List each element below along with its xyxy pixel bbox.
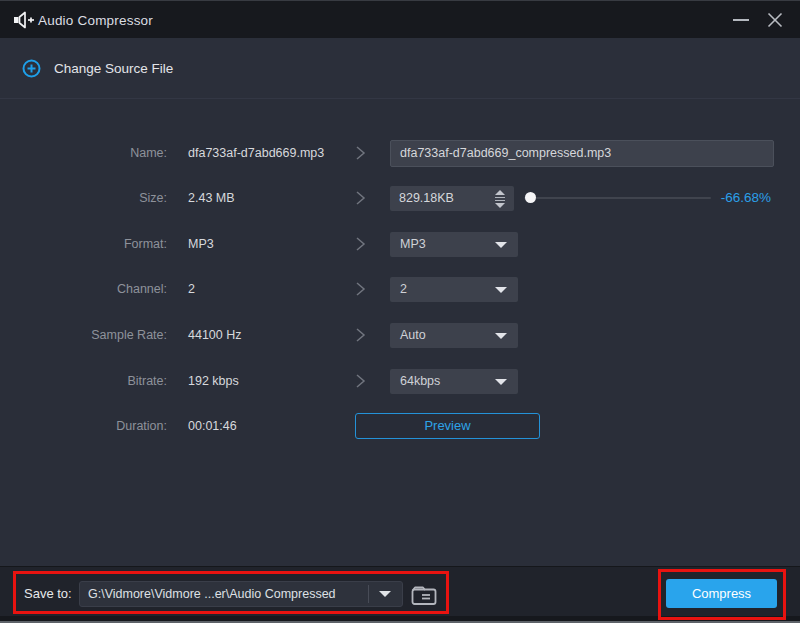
spinner-arrows[interactable] xyxy=(493,189,507,208)
size-reduction-percent: -66.68% xyxy=(671,184,771,212)
caret-down-icon xyxy=(495,242,507,248)
chevron-right-icon xyxy=(352,145,368,161)
output-name-input[interactable]: dfa733af-d7abd669_compressed.mp3 xyxy=(390,140,774,167)
bitrate-select[interactable]: 64kbps xyxy=(390,369,518,394)
output-size-spinner[interactable]: 829.18KB xyxy=(390,186,514,211)
add-icon xyxy=(22,59,41,78)
annotation-rect-compress xyxy=(658,569,786,620)
format-selected-value: MP3 xyxy=(400,237,426,251)
annotation-rect-save-to xyxy=(13,571,449,614)
row-bitrate: Bitrate: 192 kbps 64kbps xyxy=(0,367,800,395)
main-panel: Name: dfa733af-d7abd669.mp3 dfa733af-d7a… xyxy=(0,99,800,566)
bitrate-selected-value: 64kbps xyxy=(400,374,440,388)
close-button[interactable] xyxy=(765,9,785,31)
caret-down-icon xyxy=(495,287,507,293)
header: Change Source File xyxy=(0,38,800,99)
format-select[interactable]: MP3 xyxy=(390,232,518,257)
bitrate-value: 192 kbps xyxy=(188,367,239,395)
change-source-file-button[interactable]: Change Source File xyxy=(22,54,173,82)
size-value: 2.43 MB xyxy=(188,184,235,212)
channel-select[interactable]: 2 xyxy=(390,277,518,302)
name-label: Name: xyxy=(0,139,167,167)
chevron-right-icon xyxy=(352,236,368,252)
sample-rate-value: 44100 Hz xyxy=(188,321,242,349)
chevron-right-icon xyxy=(352,373,368,389)
title-bar: Audio Compressor xyxy=(0,0,800,38)
channel-selected-value: 2 xyxy=(400,282,407,296)
speaker-icon xyxy=(13,11,39,29)
caret-down-icon xyxy=(495,379,507,385)
row-duration: Duration: 00:01:46 Preview xyxy=(0,412,800,440)
bitrate-label: Bitrate: xyxy=(0,367,167,395)
minimize-button[interactable] xyxy=(731,9,751,31)
row-sample-rate: Sample Rate: 44100 Hz Auto xyxy=(0,321,800,349)
sample-rate-label: Sample Rate: xyxy=(0,321,167,349)
format-value: MP3 xyxy=(188,230,214,258)
spinner-grip-line xyxy=(495,197,505,198)
spinner-grip-line xyxy=(495,200,505,201)
change-source-file-label: Change Source File xyxy=(54,61,173,76)
duration-label: Duration: xyxy=(0,412,167,440)
chevron-right-icon xyxy=(352,190,368,206)
duration-value: 00:01:46 xyxy=(188,412,237,440)
spin-up-icon[interactable] xyxy=(495,190,505,195)
close-icon xyxy=(767,12,783,28)
preview-button[interactable]: Preview xyxy=(355,413,540,439)
row-format: Format: MP3 MP3 xyxy=(0,230,800,258)
minimize-icon xyxy=(733,19,749,21)
chevron-right-icon xyxy=(352,327,368,343)
row-name: Name: dfa733af-d7abd669.mp3 dfa733af-d7a… xyxy=(0,139,800,167)
sample-rate-select[interactable]: Auto xyxy=(390,323,518,348)
size-label: Size: xyxy=(0,184,167,212)
chevron-right-icon xyxy=(352,281,368,297)
row-channel: Channel: 2 2 xyxy=(0,275,800,303)
channel-label: Channel: xyxy=(0,275,167,303)
row-size: Size: 2.43 MB 829.18KB -66.68% xyxy=(0,184,800,212)
caret-down-icon xyxy=(495,333,507,339)
size-slider-handle[interactable] xyxy=(525,192,536,203)
format-label: Format: xyxy=(0,230,167,258)
name-value: dfa733af-d7abd669.mp3 xyxy=(188,139,324,167)
channel-value: 2 xyxy=(188,275,195,303)
sample-rate-selected-value: Auto xyxy=(400,328,426,342)
window-title: Audio Compressor xyxy=(38,1,153,39)
spin-down-icon[interactable] xyxy=(495,203,505,208)
output-size-value: 829.18KB xyxy=(399,191,454,205)
